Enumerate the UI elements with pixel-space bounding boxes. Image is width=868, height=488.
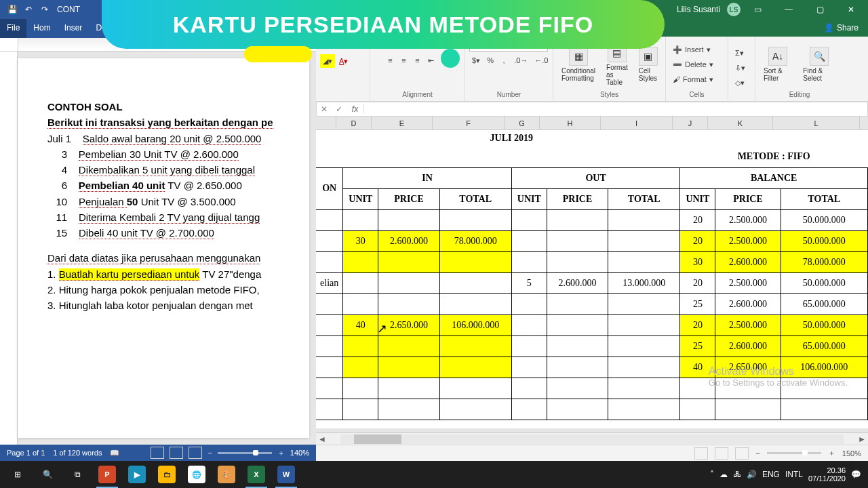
conditional-formatting-button[interactable]: ▦Conditional Formatting [557,44,599,85]
redo-icon[interactable]: ↷ [37,1,53,18]
tray-notifications-icon[interactable]: 💬 [851,470,861,479]
word-view-web-icon[interactable] [189,447,202,459]
close-icon[interactable]: ✕ [837,0,865,19]
word-zoom-pct[interactable]: 140% [290,449,309,457]
word-view-print-icon[interactable] [170,447,183,459]
word-spellcheck-icon[interactable]: 📖 [110,449,119,458]
scroll-left-icon[interactable]: ◄ [316,433,328,445]
decrease-decimal-icon[interactable]: ←.0 [532,54,551,67]
minimize-icon[interactable]: — [774,0,803,19]
table-row[interactable]: 252.600.00065.000.000 [316,336,868,357]
excel-view-break-icon[interactable] [735,447,749,460]
autosum-icon[interactable]: Σ▾ [732,47,748,60]
ribbon-options-icon[interactable]: ▭ [743,0,772,19]
excel-grid[interactable]: D E F G H I J K L JULI 2019 METODE : FIF… [316,117,868,428]
save-icon[interactable]: 💾 [4,1,20,18]
comma-icon[interactable]: , [498,54,510,67]
align-center-icon[interactable]: ≡ [398,54,410,67]
find-select-button[interactable]: 🔍Find & Select [799,44,840,85]
word-zoom-slider[interactable] [218,452,272,454]
group-alignment-label: Alignment [374,91,460,100]
table-row[interactable]: 302.600.00078.000.000 [316,251,868,272]
cursor-highlight-icon [441,49,460,68]
format-cells-button[interactable]: 🖌 Format ▾ [670,73,716,86]
word-document-area[interactable]: CONTOH SOAL Berikut ini transaksi yang b… [0,52,316,445]
taskbar-app-powerpoint[interactable]: P [92,461,122,488]
word-word-count[interactable]: 1 of 120 words [53,449,102,457]
taskbar-app-excel[interactable]: X [241,461,271,488]
undo-icon[interactable]: ↶ [20,1,37,18]
fill-color-icon[interactable]: ◢▾ [320,54,335,68]
tray-lang[interactable]: ENG [762,470,780,479]
clear-icon[interactable]: ◇▾ [732,77,748,90]
table-row[interactable]: 402.650.000106.000.000202.500.00050.000.… [316,314,868,336]
excel-user-name[interactable]: Lilis Susanti [677,5,720,14]
indent-dec-icon[interactable]: ⇤ [425,54,437,67]
group-editing-label: Editing [760,91,840,100]
group-styles-label: Styles [557,91,661,100]
taskbar-app-word[interactable]: W [271,461,301,488]
column-headers[interactable]: D E F G H I J K L [316,117,868,130]
font-color-icon[interactable]: A▾ [336,54,351,68]
word-view-read-icon[interactable] [151,447,164,459]
align-right-icon[interactable]: ≡ [412,54,424,67]
doc-intro: Berikut ini transaksi yang berkaitan den… [47,117,273,129]
taskbar-app-explorer[interactable]: 🗀 [152,461,182,488]
formula-bar[interactable]: ✕ ✓ fx [316,102,868,117]
start-button[interactable]: ⊞ [3,461,33,488]
tray-kb[interactable]: INTL [785,470,803,479]
excel-user-avatar[interactable]: LS [727,3,741,16]
scroll-thumb[interactable] [354,434,401,444]
tray-clock[interactable]: 20.36 07/11/2020 [808,466,846,483]
percent-icon[interactable]: % [484,54,496,67]
sort-filter-button[interactable]: A↓Sort & Filter [760,44,796,85]
tray-volume-icon[interactable]: 🔊 [747,470,757,479]
excel-zoom-pct[interactable]: 150% [842,449,861,458]
tray-up-icon[interactable]: ˄ [710,470,714,479]
tab-home[interactable]: Hom [26,19,57,38]
word-page-indicator[interactable]: Page 1 of 1 [7,449,45,457]
fifo-table[interactable]: JULI 2019 METODE : FIFO ON IN OUT BALANC… [316,130,868,420]
fill-icon[interactable]: ⇩▾ [732,62,748,75]
share-button[interactable]: 👤 Share [818,21,864,35]
table-row[interactable]: elian52.600.00013.000.000202.500.00050.0… [316,272,868,293]
increase-decimal-icon[interactable]: .0→ [511,54,530,67]
fx-icon[interactable]: fx [347,104,364,114]
tab-insert[interactable]: Inser [58,19,90,38]
excel-view-layout-icon[interactable] [715,447,728,460]
tray-network-icon[interactable]: 🖧 [733,470,741,479]
table-title: JULI 2019 [343,130,680,146]
excel-status-bar: − ＋ 150% [316,445,868,461]
taskbar-app-paint[interactable]: 🎨 [212,461,241,488]
currency-icon[interactable]: $▾ [469,54,483,67]
table-row[interactable]: 402.650.000106.000.000 [316,357,868,378]
align-left-icon[interactable]: ≡ [384,54,397,67]
tab-file[interactable]: File [0,19,26,38]
table-row[interactable]: 302.600.00078.000.000202.500.00050.000.0… [316,230,868,251]
word-ruler-vertical [0,52,18,445]
taskbar-app-stream[interactable]: ▶ [122,461,152,488]
excel-view-normal-icon[interactable] [694,447,708,460]
windows-taskbar: ⊞ 🔍 ⧉ P ▶ 🗀 🌐 🎨 X W ˄ ☁ 🖧 🔊 ENG INTL 20.… [0,461,868,488]
doc-para2: Dari data diatas jika perusahaan menggun… [47,252,260,264]
word-status-bar: Page 1 of 1 1 of 120 words 📖 − ＋ 140% [0,445,316,461]
task-view-icon[interactable]: ⧉ [62,461,92,488]
excel-horizontal-scrollbar[interactable]: ◄ ► [316,432,868,445]
word-page[interactable]: CONTOH SOAL Berikut ini transaksi yang b… [18,58,309,438]
formula-input[interactable] [364,104,867,115]
enter-fn-icon[interactable]: ✓ [332,104,347,114]
insert-cells-button[interactable]: ➕ Insert ▾ [670,43,716,56]
excel-zoom-slider[interactable] [767,452,821,454]
search-icon[interactable]: 🔍 [33,461,62,488]
cancel-fn-icon[interactable]: ✕ [317,104,332,114]
cell-styles-button[interactable]: ▣Cell Styles [635,44,662,85]
tray-onedrive-icon[interactable]: ☁ [719,470,728,479]
table-row[interactable]: 252.600.00065.000.000 [316,293,868,314]
maximize-icon[interactable]: ▢ [806,0,834,19]
delete-cells-button[interactable]: ➖ Delete ▾ [670,58,716,71]
scroll-right-icon[interactable]: ► [856,433,868,445]
banner-title: KARTU PERSEDIAAN METODE FIFO [173,12,594,38]
taskbar-app-chrome[interactable]: 🌐 [182,461,212,488]
table-row[interactable]: 202.500.00050.000.000 [316,209,868,230]
banner-accent-pill [244,46,312,62]
